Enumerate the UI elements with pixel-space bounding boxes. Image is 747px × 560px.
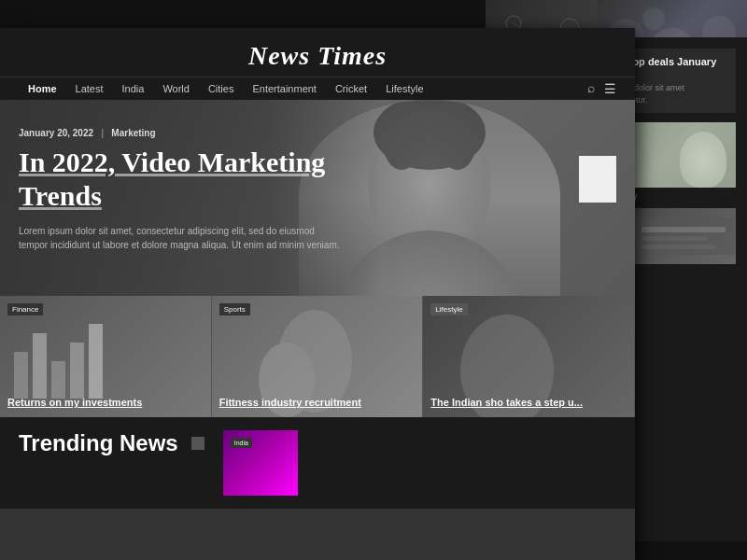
site-title: News Times <box>0 41 635 71</box>
svg-rect-33 <box>641 245 716 249</box>
card-lifestyle[interactable]: Lifestyle The Indian sho takes a step u.… <box>423 296 635 417</box>
svg-rect-31 <box>641 227 726 232</box>
hero-section: January 20, 2022 | Marketing In 2022, Vi… <box>0 100 635 417</box>
hero-date: January 20, 2022 <box>19 128 93 138</box>
nav-world[interactable]: World <box>153 77 199 100</box>
trending-india-badge: India <box>231 438 252 448</box>
card-finance[interactable]: Finance Returns on my investments <box>0 296 212 417</box>
site-header: News Times <box>0 28 635 77</box>
svg-point-36 <box>439 114 476 170</box>
card-lifestyle-badge: Lifestyle <box>430 303 467 315</box>
hero-category: Marketing <box>111 128 155 138</box>
nav-lifestyle[interactable]: Lifestyle <box>376 77 432 100</box>
svg-rect-41 <box>89 324 103 399</box>
hero-title[interactable]: In 2022, Video Marketing Trends <box>19 146 345 213</box>
trending-indicator <box>191 437 204 450</box>
svg-rect-32 <box>641 236 707 241</box>
svg-rect-40 <box>70 343 84 399</box>
svg-rect-39 <box>51 361 65 399</box>
card-lifestyle-title: The Indian sho takes a step u... <box>430 397 627 408</box>
card-sports-badge: Sports <box>219 303 250 315</box>
main-page: News Times Home Latest India World Citie… <box>0 28 635 560</box>
nav-home[interactable]: Home <box>19 77 66 100</box>
svg-rect-38 <box>33 333 47 399</box>
svg-rect-37 <box>14 352 28 399</box>
card-finance-title: Returns on my investments <box>7 397 204 408</box>
search-icon[interactable]: ⌕ <box>587 81 595 96</box>
trending-title: Trending News <box>19 430 178 456</box>
trending-thumb[interactable]: India <box>223 430 298 496</box>
nav-icons: ⌕ ☰ <box>587 81 616 97</box>
white-decoration <box>579 156 616 203</box>
hero-excerpt: Lorem ipsum dolor sit amet, consectetur … <box>19 224 345 252</box>
hero-meta: January 20, 2022 | Marketing <box>19 128 345 138</box>
card-finance-badge: Finance <box>7 303 43 315</box>
nav-bar: Home Latest India World Cities Entertain… <box>0 77 635 100</box>
nav-links: Home Latest India World Cities Entertain… <box>19 77 433 100</box>
nav-cricket[interactable]: Cricket <box>326 77 376 100</box>
nav-latest[interactable]: Latest <box>66 77 113 100</box>
hero-content: January 20, 2022 | Marketing In 2022, Vi… <box>19 128 345 252</box>
nav-entertainment[interactable]: Entertainment <box>243 77 325 100</box>
trending-header: Trending News <box>19 430 204 456</box>
trending-section: Trending News India <box>0 417 635 509</box>
card-strip: Finance Returns on my investments Sports… <box>0 296 635 417</box>
card-sports[interactable]: Sports Fittness industry recruitment <box>212 296 424 417</box>
menu-icon[interactable]: ☰ <box>604 81 616 97</box>
svg-point-10 <box>642 7 665 30</box>
nav-cities[interactable]: Cities <box>199 77 244 100</box>
nav-india[interactable]: India <box>113 77 154 100</box>
card-sports-title: Fittness industry recruitment <box>219 397 416 408</box>
svg-point-35 <box>383 114 420 170</box>
